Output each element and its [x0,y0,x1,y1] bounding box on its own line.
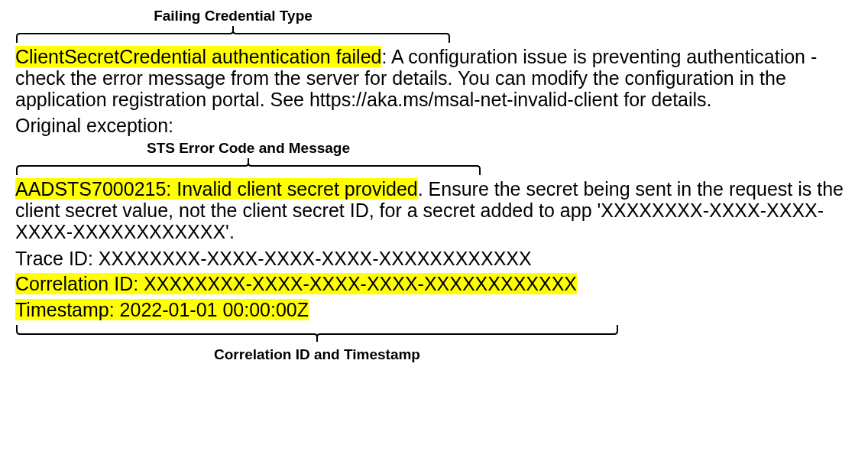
sts-error-highlight: AADSTS7000215: Invalid client secret pro… [15,178,418,200]
bracket-sts-error [15,157,481,177]
annotation-sts-error: STS Error Code and Message [15,140,481,157]
error-header-line: ClientSecretCredential authentication fa… [15,46,853,110]
error-credential-fail-text: ClientSecretCredential authentication fa… [15,46,381,67]
correlation-id-line: Correlation ID: XXXXXXXX-XXXX-XXXX-XXXX-… [15,272,853,296]
trace-id-line: Trace ID: XXXXXXXX-XXXX-XXXX-XXXX-XXXXXX… [15,247,853,271]
bracket-credential-type [15,24,451,44]
annotation-credential-type: Failing Credential Type [15,8,451,24]
bracket-correlation [15,323,619,343]
sts-error-line: AADSTS7000215: Invalid client secret pro… [15,178,853,242]
annotation-correlation: Correlation ID and Timestamp [15,346,619,363]
original-exception-label: Original exception: [15,115,853,137]
timestamp-line: Timestamp: 2022-01-01 00:00:00Z [15,298,853,322]
